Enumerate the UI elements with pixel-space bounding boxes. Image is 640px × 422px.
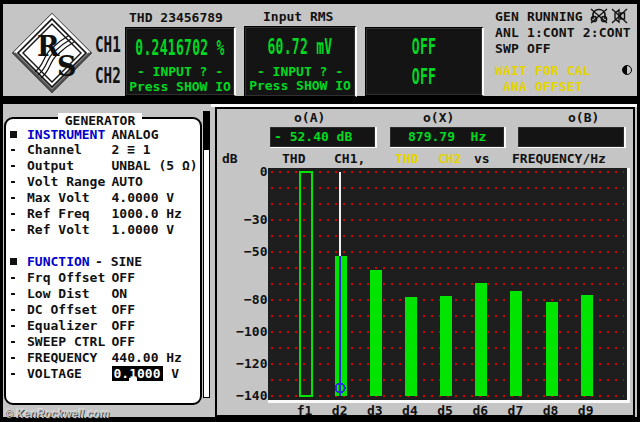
analyzer-status: ANL 1:CONT 2:CONT xyxy=(495,26,631,39)
generator-status: GEN RUNNING xyxy=(495,10,583,23)
menu-item-label: Volt Range xyxy=(27,174,105,190)
dash-bullet-icon xyxy=(11,341,15,343)
x-tick-label: d4 xyxy=(395,404,425,417)
chart-header-thd: THD xyxy=(395,153,418,165)
menu-item-label: FUNCTION xyxy=(27,254,90,270)
panel1-title: THD 23456789 xyxy=(129,12,223,24)
instrument-screen: R S THD 23456789 Input RMS CH1 CH2 0.241… xyxy=(0,0,640,422)
x-tick-label: d7 xyxy=(500,404,530,417)
menu-item-value: 2 ≡ 1 xyxy=(112,142,151,158)
menu-item-channel[interactable]: Channel2 ≡ 1 xyxy=(6,142,200,158)
dash-bullet-icon xyxy=(11,165,15,167)
menu-spacer xyxy=(6,238,200,254)
y-tick-label: −100 xyxy=(222,325,268,339)
menu-item-label: VOLTAGE xyxy=(27,366,82,382)
input-rms-hint: Press SHOW IO xyxy=(245,80,355,92)
thd-hint: Press SHOW IO xyxy=(126,81,234,93)
chart-bar-d3 xyxy=(370,270,382,396)
menu-item-ref-freq[interactable]: Ref Freq1000.0 Hz xyxy=(6,206,200,222)
x-tick-label: d8 xyxy=(536,404,566,417)
dash-bullet-icon xyxy=(11,181,15,183)
chart-header-vs: vs xyxy=(474,153,490,165)
menu-item-output[interactable]: OutputUNBAL (5 Ω) xyxy=(6,158,200,174)
channel2-label: CH2 xyxy=(95,65,121,86)
y-tick-label: −30 xyxy=(222,213,268,227)
y-tick-label: −50 xyxy=(222,245,268,259)
dash-bullet-icon xyxy=(11,213,15,215)
cursor-x-label: o(X) xyxy=(423,112,454,124)
menu-item-frequency[interactable]: FREQUENCY440.00 Hz xyxy=(6,350,200,366)
menu-item-label: Channel xyxy=(27,142,82,158)
menu-item-volt-range[interactable]: Volt RangeAUTO xyxy=(6,174,200,190)
x-tick-label: d6 xyxy=(465,404,495,417)
sweep-status: SWP OFF xyxy=(495,42,551,55)
thd-input-warning: - INPUT ? - xyxy=(126,66,234,78)
off-readout-panel: OFF OFF xyxy=(365,27,484,96)
dash-bullet-icon xyxy=(11,277,15,279)
menu-item-instrument[interactable]: INSTRUMENTANALOG xyxy=(6,127,200,143)
menu-item-label: DC Offset xyxy=(27,302,97,318)
menu-item-value: OFF xyxy=(112,334,135,350)
menu-item-value: ON xyxy=(112,286,128,302)
dash-bullet-icon xyxy=(11,149,15,151)
generator-scrollbar-thumb[interactable] xyxy=(204,112,209,150)
menu-item-value: OFF xyxy=(112,270,135,286)
dash-bullet-icon xyxy=(11,309,15,311)
edit-field-voltage[interactable]: 0.1000 xyxy=(112,366,164,381)
menu-item-value[interactable]: 0.1000 V xyxy=(112,366,180,382)
menu-item-function[interactable]: FUNCTION- SINE xyxy=(6,254,200,270)
cursor-b-readout xyxy=(518,127,626,148)
top-status-bar: R S THD 23456789 Input RMS CH1 CH2 0.241… xyxy=(3,4,637,96)
menu-item-label: SWEEP CTRL xyxy=(27,334,105,350)
cursor-a-readout: - 52.40 dB xyxy=(270,127,377,148)
edit-cursor xyxy=(129,378,137,381)
menu-item-value: - SINE xyxy=(95,254,142,270)
x-tick-label: f1 xyxy=(290,404,320,417)
menu-item-equalizer[interactable]: EqualizerOFF xyxy=(6,318,200,334)
menu-item-label: INSTRUMENT xyxy=(27,127,105,143)
menu-item-value: AUTO xyxy=(112,174,143,190)
dash-bullet-icon xyxy=(11,357,15,359)
y-tick-label: 0 xyxy=(222,165,268,179)
headphones-muted-icon xyxy=(590,8,608,24)
menu-item-frq-offset[interactable]: Frq OffsetOFF xyxy=(6,270,200,286)
chart-bar-d7 xyxy=(510,291,522,396)
menu-item-dc-offset[interactable]: DC OffsetOFF xyxy=(6,302,200,318)
menu-item-low-dist[interactable]: Low DistON xyxy=(6,286,200,302)
chart-bar-d4 xyxy=(405,297,417,396)
dash-bullet-icon xyxy=(11,293,15,295)
square-bullet-icon xyxy=(10,131,17,138)
chart-bar-d6 xyxy=(475,283,487,396)
cursor-x-readout: 879.79 Hz xyxy=(390,127,506,148)
dash-bullet-icon xyxy=(11,229,15,231)
square-bullet-icon xyxy=(10,258,17,265)
menu-item-sweep-ctrl[interactable]: SWEEP CTRLOFF xyxy=(6,334,200,350)
menu-item-value: 1.0000 V xyxy=(112,222,175,238)
chart-bar-d5 xyxy=(440,296,452,396)
rohde-schwarz-logo: R S xyxy=(11,12,93,94)
menu-item-label: Low Dist xyxy=(27,286,90,302)
chart-header-frequency-hz: FREQUENCY/Hz xyxy=(512,153,606,165)
menu-item-value: ANALOG xyxy=(112,127,159,143)
menu-item-value: OFF xyxy=(112,318,135,334)
dash-bullet-icon xyxy=(11,197,15,199)
menu-item-label: Frq Offset xyxy=(27,270,105,286)
chart-header-ch2: CH2 xyxy=(438,153,461,165)
chart-header-ch1-: CH1, xyxy=(334,153,365,165)
graph-panel: o(A) o(X) o(B) - 52.40 dB 879.79 Hz dBTH… xyxy=(211,104,637,417)
left-pane: GENERATOR INSTRUMENTANALOGChannel2 ≡ 1Ou… xyxy=(3,104,211,417)
menu-item-max-volt[interactable]: Max Volt4.0000 V xyxy=(6,190,200,206)
menu-item-voltage[interactable]: VOLTAGE0.1000 V xyxy=(6,366,200,382)
generator-scrollbar[interactable] xyxy=(203,111,210,398)
thd-value: 0.2416702 % xyxy=(126,37,234,58)
panel2-title: Input RMS xyxy=(263,11,333,23)
thd-readout-panel: 0.2416702 % - INPUT ? - Press SHOW IO xyxy=(125,27,236,96)
menu-item-ref-volt[interactable]: Ref Volt1.0000 V xyxy=(6,222,200,238)
channel1-label: CH1 xyxy=(95,34,121,55)
ana-offset-warning: ANA OFFSET xyxy=(495,80,583,93)
menu-item-value: UNBAL (5 Ω) xyxy=(112,158,198,174)
chart-header-thd: THD xyxy=(282,153,305,165)
off-bottom: OFF xyxy=(366,66,482,87)
menu-item-label: Equalizer xyxy=(27,318,97,334)
dash-bullet-icon xyxy=(11,325,15,327)
